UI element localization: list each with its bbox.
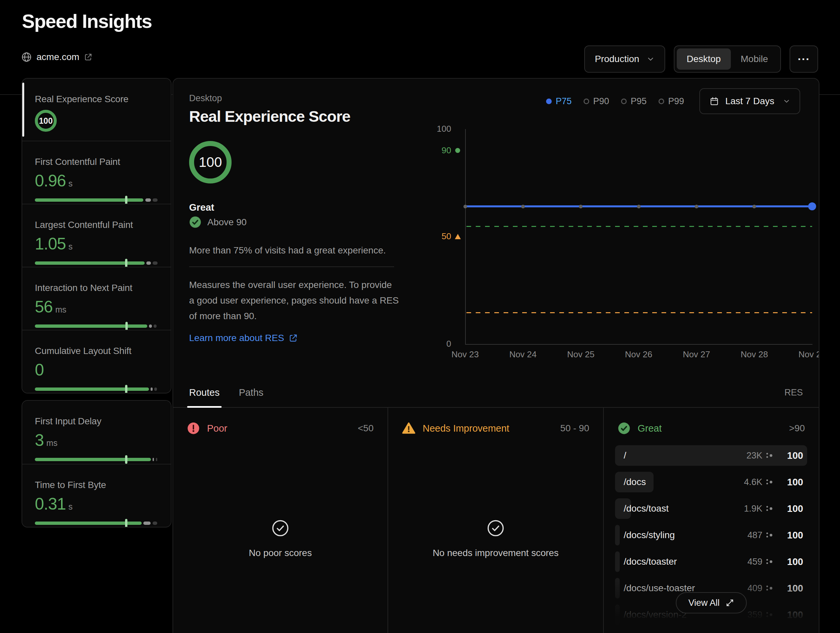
route-path: /docs/toaster [624, 556, 677, 567]
metric-value: 3 [35, 431, 44, 450]
data-point-nov-26 [637, 205, 641, 208]
route-volume-bar [615, 525, 620, 545]
device-toggle-mobile[interactable]: Mobile [731, 49, 778, 69]
route-row-docs-toaster[interactable]: /docs/toaster 459 100 [615, 551, 807, 572]
speed-insights-page: Speed Insights acme.com Production Deskt… [0, 0, 840, 633]
route-row-root[interactable]: / 23K 100 [615, 445, 807, 466]
poor-header: Poor <50 [173, 412, 387, 444]
tab-routes[interactable]: Routes [189, 378, 219, 407]
needs-improvement-column: Needs Improvement 50 - 90 No needs impro… [388, 408, 604, 633]
data-points-icon [766, 531, 773, 539]
sidebar-metric-time-to-first-byte[interactable]: Time to First Byte 0.31 s [22, 464, 171, 527]
more-options-button[interactable]: ··· [789, 46, 818, 73]
route-row-docs-styling[interactable]: /docs/styling 487 100 [615, 525, 807, 545]
metric-distribution-bar [35, 324, 158, 328]
percentile-dot-icon [584, 98, 589, 104]
metric-distribution-bar [35, 387, 158, 391]
expand-icon [726, 598, 734, 607]
score-ring-large: 100 [189, 141, 232, 183]
legend-item-p90[interactable]: P90 [584, 96, 609, 106]
route-volume-bar [615, 605, 620, 625]
metric-bar-segment-dark [153, 521, 158, 525]
sidebar-metric-interaction-to-next-paint[interactable]: Interaction to Next Paint 56 ms [22, 267, 171, 330]
metric-unit: ms [55, 305, 66, 314]
data-point-nov-28 [752, 205, 756, 208]
panel-title: Real Experience Score [189, 107, 351, 125]
route-row-docs-toast[interactable]: /docs/toast 1.9K 100 [615, 498, 807, 519]
great-column: Great >90 / 23K 100 /docs 4.6K 100 /docs… [604, 408, 819, 633]
reference-line-90 [466, 226, 812, 227]
environment-dropdown[interactable]: Production [584, 46, 665, 73]
route-score: 100 [776, 450, 803, 461]
metric-bar-segment-gray [146, 261, 151, 265]
metric-bar-p75-marker [125, 385, 127, 393]
legend-item-p99[interactable]: P99 [658, 96, 684, 106]
x-tick: Nov 27 [683, 349, 710, 360]
metric-value: 0.96 [35, 171, 66, 190]
x-tick: Nov 25 [567, 349, 594, 360]
metrics-group-secondary: First Input Delay 3 ms Time to First Byt… [22, 400, 172, 527]
metric-bar-p75-marker [125, 455, 127, 464]
external-link-icon [289, 333, 298, 343]
metric-bar-segment-green [35, 261, 145, 265]
route-count: 359 [747, 610, 763, 620]
score-value: 100 [199, 154, 222, 170]
legend-item-p75[interactable]: P75 [546, 96, 572, 106]
great-header: Great >90 [604, 412, 819, 444]
metric-bar-p75-marker [125, 259, 127, 267]
y-tick: 50 [402, 231, 451, 242]
sidebar-metric-largest-contentful-paint[interactable]: Largest Contentful Paint 1.05 s [22, 204, 171, 267]
route-path: /docs/styling [624, 530, 675, 540]
data-points-icon [766, 584, 773, 592]
needs-improvement-header: Needs Improvement 50 - 90 [388, 412, 603, 444]
data-points-icon [766, 611, 773, 619]
x-tick: Nov 29 [799, 349, 819, 360]
chevron-down-icon [647, 55, 655, 63]
route-path: /docs/version-2 [624, 609, 687, 620]
view-all-button[interactable]: View All [676, 592, 747, 613]
metric-bar-segment-gray [149, 324, 152, 328]
metric-bar-segment-green [35, 387, 149, 391]
alert-triangle-icon [402, 421, 415, 435]
data-points-icon [766, 451, 773, 459]
device-toggle-desktop[interactable]: Desktop [677, 49, 731, 69]
site-domain-link[interactable]: acme.com [36, 52, 79, 62]
route-volume-bar [615, 551, 620, 572]
chevron-down-icon [783, 98, 790, 105]
metric-bar-segment-dark [153, 261, 158, 265]
date-range-dropdown[interactable]: Last 7 Days [699, 88, 800, 114]
sidebar-metric-first-contentful-paint[interactable]: First Contentful Paint 0.96 s [22, 140, 171, 204]
metric-bar-segment-dark [153, 198, 158, 202]
green-threshold-dot-icon [455, 148, 460, 153]
learn-more-link[interactable]: Learn more about RES [189, 333, 298, 343]
route-row-docs[interactable]: /docs 4.6K 100 [615, 472, 807, 493]
metric-unit: s [68, 179, 73, 188]
needs-improvement-empty-state: No needs improvement scores [388, 519, 603, 558]
route-score: 100 [776, 583, 803, 594]
description-text: Measures the overall user experience. To… [189, 277, 399, 324]
metric-distribution-bar [35, 198, 158, 202]
sidebar-metric-first-input-delay[interactable]: First Input Delay 3 ms [22, 401, 171, 464]
tab-paths[interactable]: Paths [239, 378, 264, 407]
check-circle-icon [618, 422, 630, 435]
legend-item-p95[interactable]: P95 [621, 96, 647, 106]
data-point-nov-23 [463, 205, 467, 208]
metric-bar-segment-gray [151, 387, 152, 391]
check-circle-outline-icon [272, 519, 289, 537]
data-point-nov-27 [695, 205, 698, 208]
metric-unit: s [68, 242, 73, 251]
needs-improvement-range: 50 - 90 [561, 423, 589, 434]
metric-value: 0.31 [35, 494, 66, 513]
percentile-dot-icon [658, 98, 664, 104]
panel-device-label: Desktop [189, 93, 222, 104]
rating-caption-row: Above 90 [189, 216, 246, 228]
data-points-icon [766, 505, 773, 513]
y-tick: 100 [402, 124, 451, 134]
sidebar-metric-real-experience-score[interactable]: Real Experience Score 100 [22, 79, 171, 140]
route-count: 487 [747, 530, 763, 540]
metric-bar-p75-marker [125, 196, 127, 204]
route-count: 409 [747, 583, 763, 594]
sidebar-metric-cumulative-layout-shift[interactable]: Cumulative Layout Shift 0 [22, 330, 171, 393]
external-link-icon[interactable] [84, 53, 93, 62]
route-count: 1.9K [744, 504, 763, 514]
